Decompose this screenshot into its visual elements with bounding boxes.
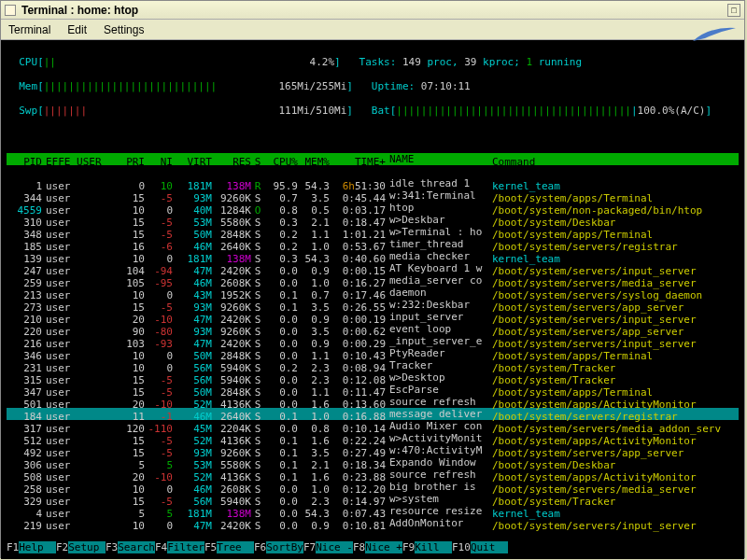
- process-row[interactable]: 348user15-550M2848KS0.21.11:01.21w>Termi…: [7, 226, 739, 238]
- menu-settings[interactable]: Settings: [104, 23, 144, 36]
- function-key-bar[interactable]: F1Help F2Setup F3SearchF4FilterF5Tree F6…: [7, 541, 739, 553]
- terminal-window: Terminal : home: htop □ Terminal Edit Se…: [0, 0, 745, 558]
- process-row[interactable]: 4559user10040M1284KO0.80.50:03.17htop/bo…: [7, 202, 739, 214]
- process-row[interactable]: 315user15-556M5940KS0.02.30:12.08w>Deskt…: [7, 371, 739, 384]
- process-row[interactable]: 216user103-9347M2420KS0.00.90:00.29_inpu…: [7, 335, 739, 347]
- process-row[interactable]: 210user20-1047M2420KS0.00.90:00.19input_…: [7, 311, 739, 323]
- process-table-body[interactable]: 1user010181M138MR95.954.36h51:30idle thr…: [7, 177, 739, 529]
- meter-cpu: CPU[|| 4.2%] Tasks: 149 proc, 39 kproc; …: [7, 56, 739, 68]
- process-row[interactable]: 347user15-550M2848KS0.01.10:11.47EscPars…: [7, 384, 739, 396]
- process-row[interactable]: 273user15-593M9260KS0.13.50:26.55w:232:D…: [7, 299, 739, 311]
- process-row[interactable]: 247user104-9447M2420KS0.00.90:00.15AT Ke…: [7, 262, 739, 274]
- terminal-content[interactable]: CPU[|| 4.2%] Tasks: 149 proc, 39 kproc; …: [1, 40, 744, 559]
- process-row[interactable]: 508user20-1052M4136KS0.11.60:23.88source…: [7, 469, 739, 481]
- process-row[interactable]: 213user10043M1952KS0.10.70:17.46daemon/b…: [7, 287, 739, 299]
- process-row[interactable]: 492user15-593M9260KS0.13.50:27.49w:470:A…: [7, 444, 739, 456]
- process-table-header[interactable]: PIDEFFE_USERPRINIVIRTRESSCPU%MEM%TIME+NA…: [7, 153, 739, 165]
- window-icon: [5, 5, 16, 16]
- meter-mem: Mem[|||||||||||||||||||||||||||| 165Mi/2…: [7, 80, 739, 92]
- feather-logo-icon: [691, 24, 738, 43]
- menubar: Terminal Edit Settings: [1, 20, 744, 40]
- process-row[interactable]: 4user55181M138MS0.054.30:07.43resource r…: [7, 505, 739, 517]
- maximize-button[interactable]: □: [727, 4, 740, 17]
- meter-swp: Swp[||||||| 111Mi/510Mi] Bat[|||||||||||…: [7, 105, 739, 117]
- menu-terminal[interactable]: Terminal: [8, 23, 50, 36]
- process-row[interactable]: 184user11-146M2640KS0.11.00:16.88message…: [7, 408, 739, 420]
- process-row[interactable]: 346user10050M2848KS0.01.10:10.43PtyReade…: [7, 347, 739, 359]
- process-row[interactable]: 317user120-11045M2204KS0.00.80:10.14Audi…: [7, 420, 739, 432]
- process-row[interactable]: 344user15-593M9260KS0.73.50:45.44w:341:T…: [7, 189, 739, 202]
- menu-edit[interactable]: Edit: [67, 23, 87, 36]
- process-row[interactable]: 512user15-552M4136KS0.11.60:22.24w>Activ…: [7, 432, 739, 444]
- process-row[interactable]: 501user20-1052M4136KS0.01.60:13.60source…: [7, 396, 739, 408]
- process-row[interactable]: 1user010181M138MR95.954.36h51:30idle thr…: [7, 177, 739, 189]
- process-row[interactable]: 259user105-9546M2608KS0.01.00:16.27media…: [7, 274, 739, 287]
- process-row[interactable]: 220user90-8093M9260KS0.03.50:00.62event …: [7, 323, 739, 335]
- process-row[interactable]: 219user10047M2420KS0.00.90:10.81AddOnMon…: [7, 517, 739, 529]
- process-row[interactable]: 185user16-646M2640KS0.21.00:53.67timer_t…: [7, 238, 739, 250]
- process-row[interactable]: 258user10046M2608KS0.01.00:12.20big brot…: [7, 481, 739, 493]
- titlebar[interactable]: Terminal : home: htop □: [1, 1, 744, 20]
- window-title: Terminal : home: htop: [21, 4, 726, 17]
